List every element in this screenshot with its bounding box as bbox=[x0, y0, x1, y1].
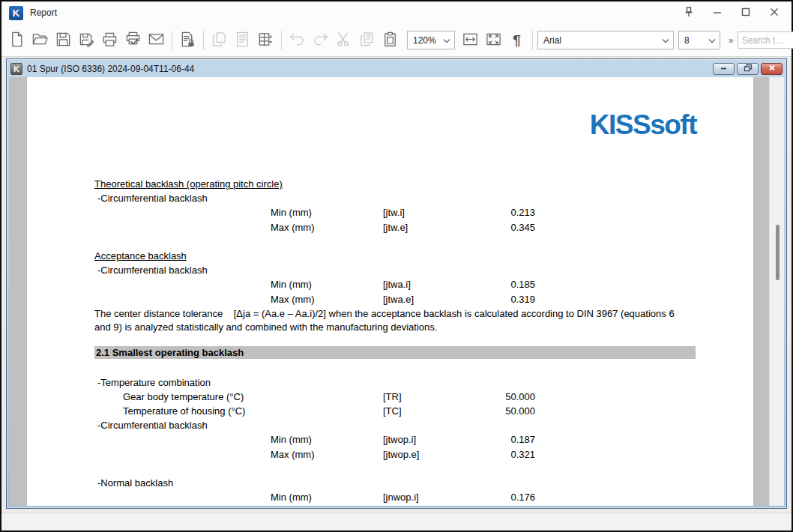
chevron-down-icon bbox=[708, 35, 716, 46]
row-value: 0.185 bbox=[460, 277, 535, 291]
row-symbol: [jtwop.e] bbox=[383, 447, 419, 462]
row-symbol: [TR] bbox=[383, 390, 402, 404]
cut-button[interactable] bbox=[333, 29, 355, 52]
row-symbol: [TC] bbox=[383, 404, 402, 418]
row-name: Max (mm) bbox=[271, 220, 315, 235]
redo-icon bbox=[312, 31, 329, 50]
report-lock-icon bbox=[179, 31, 196, 50]
chevron-down-icon bbox=[443, 35, 450, 46]
report-minimize-button[interactable] bbox=[713, 63, 735, 75]
print-button[interactable] bbox=[99, 29, 121, 52]
row-symbol: [jtwop.i] bbox=[383, 432, 416, 447]
search-input[interactable] bbox=[738, 31, 793, 49]
toolbar-separator bbox=[281, 31, 282, 50]
restore-icon bbox=[744, 64, 753, 73]
row-name: Min (mm) bbox=[271, 490, 312, 504]
report-protected-button[interactable] bbox=[177, 29, 199, 52]
paste-button[interactable] bbox=[379, 29, 401, 52]
maximize-button[interactable] bbox=[735, 4, 757, 22]
report-window-titlebar[interactable]: K 01 Spur (ISO 6336) 2024-09-04T11-06-44 bbox=[9, 61, 784, 77]
open-button[interactable] bbox=[29, 29, 51, 52]
zoom-value: 120% bbox=[413, 35, 436, 46]
row-value: 0.187 bbox=[460, 432, 535, 447]
row-value: 50.000 bbox=[460, 390, 535, 404]
copy-icon bbox=[358, 31, 376, 50]
minimize-icon bbox=[712, 7, 723, 19]
formatting-marks-button[interactable]: ¶ bbox=[506, 29, 528, 52]
pin-button[interactable] bbox=[678, 4, 700, 22]
section-heading: Theoretical backlash (operating pitch ci… bbox=[94, 177, 283, 191]
table-columns-button[interactable] bbox=[255, 29, 277, 52]
sub-heading: -Circumferential backlash bbox=[97, 263, 208, 277]
row-name: Min (mm) bbox=[271, 277, 312, 291]
row-value: 0.176 bbox=[460, 490, 535, 504]
font-size-select[interactable]: 8 bbox=[678, 31, 720, 49]
report-window: K 01 Spur (ISO 6336) 2024-09-04T11-06-44… bbox=[6, 58, 787, 509]
note-text: The center distance tolerance [Δja = (Aa… bbox=[94, 306, 675, 321]
fit-width-button[interactable] bbox=[459, 29, 481, 52]
row-symbol: [jnwop.i] bbox=[383, 490, 419, 504]
save-button[interactable] bbox=[52, 29, 74, 52]
row-name: Min (mm) bbox=[271, 432, 312, 447]
new-document-button[interactable] bbox=[6, 29, 28, 52]
toolbar-separator bbox=[172, 31, 172, 50]
sub-heading: -Temperature combination bbox=[97, 375, 211, 390]
row-symbol: [jtw.e] bbox=[383, 220, 408, 235]
mdi-area: K 01 Spur (ISO 6336) 2024-09-04T11-06-44… bbox=[1, 57, 792, 513]
report-close-button[interactable] bbox=[761, 63, 783, 75]
zoom-select[interactable]: 120% bbox=[407, 31, 455, 49]
chevron-down-icon bbox=[662, 35, 669, 46]
print-icon bbox=[101, 31, 118, 50]
row-name: Min (mm) bbox=[271, 205, 312, 220]
row-value: 0.345 bbox=[460, 220, 535, 235]
font-size-value: 8 bbox=[684, 35, 690, 46]
row-name: Gear body temperature (°C) bbox=[123, 390, 244, 404]
kisssoft-logo: KISSsoft bbox=[471, 110, 696, 140]
fit-width-icon bbox=[462, 31, 479, 50]
row-name: Max (mm) bbox=[271, 447, 315, 462]
sub-heading: -Circumferential backlash bbox=[97, 418, 208, 432]
report-restore-button[interactable] bbox=[737, 63, 759, 75]
toolbar-separator bbox=[532, 31, 533, 50]
copy-pages-button[interactable] bbox=[208, 29, 230, 52]
report-window-title: 01 Spur (ISO 6336) 2024-09-04T11-06-44 bbox=[27, 64, 711, 74]
close-icon bbox=[769, 7, 780, 19]
report-viewport: KISSsoft Theoretical backlash (operating… bbox=[9, 77, 784, 506]
row-value: 0.319 bbox=[460, 292, 535, 306]
table-icon bbox=[257, 31, 274, 50]
save-as-button[interactable] bbox=[76, 29, 97, 52]
copy-button[interactable] bbox=[356, 29, 378, 52]
toolbar-overflow-button[interactable]: » bbox=[726, 35, 736, 46]
undo-button[interactable] bbox=[286, 29, 308, 52]
new-document-icon bbox=[8, 31, 25, 50]
toolbar-separator bbox=[203, 31, 204, 50]
font-family-select[interactable]: Arial bbox=[537, 31, 674, 49]
titlebar[interactable]: K Report bbox=[1, 1, 792, 24]
row-symbol: [jtw.i] bbox=[383, 205, 405, 220]
email-icon bbox=[148, 31, 165, 50]
view-text-button[interactable] bbox=[232, 29, 253, 52]
pin-icon bbox=[683, 6, 695, 20]
maximize-icon bbox=[741, 7, 751, 19]
minimize-button[interactable] bbox=[706, 4, 729, 22]
report-window-icon: K bbox=[10, 63, 22, 75]
row-value: 0.321 bbox=[460, 447, 535, 462]
row-value: 0.213 bbox=[460, 205, 535, 220]
app-logo-icon: K bbox=[9, 6, 23, 20]
close-icon bbox=[768, 64, 776, 73]
vertical-scrollbar[interactable] bbox=[769, 77, 784, 506]
close-button[interactable] bbox=[763, 4, 786, 22]
toolbar: 120% ¶ Arial 8 » » bbox=[1, 24, 792, 57]
report-page: KISSsoft Theoretical backlash (operating… bbox=[27, 77, 753, 506]
fit-page-button[interactable] bbox=[483, 29, 504, 52]
redo-button[interactable] bbox=[310, 29, 331, 52]
scrollbar-thumb[interactable] bbox=[776, 225, 780, 280]
note-text: and 9) is analyzed statistically and com… bbox=[94, 320, 437, 334]
window-title: Report bbox=[30, 7, 57, 18]
email-button[interactable] bbox=[145, 29, 167, 52]
save-as-icon bbox=[78, 31, 95, 50]
font-family-value: Arial bbox=[543, 35, 561, 46]
print-accept-button[interactable] bbox=[122, 29, 144, 52]
open-folder-icon bbox=[31, 31, 49, 50]
row-symbol: [jtwa.i] bbox=[383, 277, 411, 291]
